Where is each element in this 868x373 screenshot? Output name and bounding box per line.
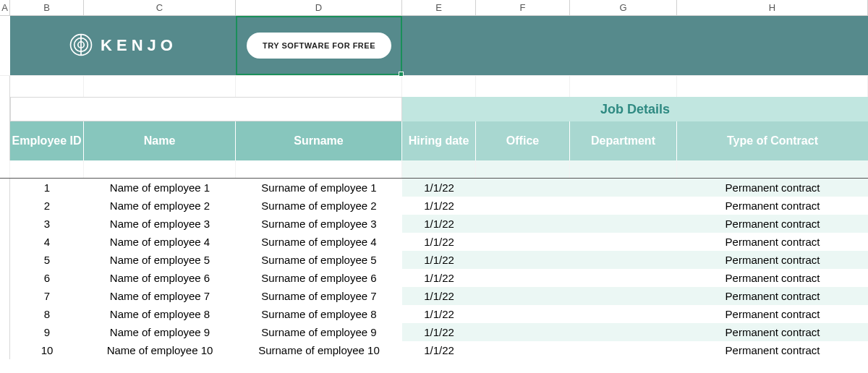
- cell[interactable]: [84, 76, 236, 97]
- cell-employee-id[interactable]: 8: [10, 305, 84, 323]
- cell-contract[interactable]: Permanent contract: [677, 305, 868, 323]
- cell[interactable]: [84, 160, 236, 178]
- cell-department[interactable]: [570, 323, 677, 341]
- cell-office[interactable]: [476, 323, 570, 341]
- cell-surname[interactable]: Surname of employee 10: [236, 341, 402, 359]
- cell[interactable]: [570, 76, 677, 97]
- col-header-a[interactable]: A: [0, 0, 10, 15]
- cell-office[interactable]: [476, 197, 570, 215]
- cell-contract[interactable]: Permanent contract: [677, 323, 868, 341]
- cell-department[interactable]: [570, 305, 677, 323]
- cell-department[interactable]: [570, 287, 677, 305]
- cell-name[interactable]: Name of employee 3: [84, 215, 236, 233]
- cell-surname[interactable]: Surname of employee 8: [236, 305, 402, 323]
- cell-department[interactable]: [570, 251, 677, 269]
- cell-office[interactable]: [476, 251, 570, 269]
- cell-surname[interactable]: Surname of employee 9: [236, 323, 402, 341]
- cell-department[interactable]: [570, 215, 677, 233]
- cell[interactable]: [10, 76, 84, 97]
- cell-hiring-date[interactable]: 1/1/22: [402, 305, 476, 323]
- col-header-h[interactable]: H: [677, 0, 868, 15]
- cell-surname[interactable]: Surname of employee 1: [236, 179, 402, 197]
- cell-department[interactable]: [570, 269, 677, 287]
- header-department[interactable]: Department: [570, 121, 677, 160]
- cell-name[interactable]: Name of employee 4: [84, 233, 236, 251]
- col-header-d[interactable]: D: [236, 0, 402, 15]
- cell-surname[interactable]: Surname of employee 5: [236, 251, 402, 269]
- cell-contract[interactable]: Permanent contract: [677, 251, 868, 269]
- cell-surname[interactable]: Surname of employee 3: [236, 215, 402, 233]
- cell-department[interactable]: [570, 179, 677, 197]
- cell-hiring-date[interactable]: 1/1/22: [402, 251, 476, 269]
- job-details-title[interactable]: Job Details: [402, 97, 868, 121]
- cell[interactable]: [236, 160, 402, 178]
- cell[interactable]: [10, 160, 84, 178]
- cell[interactable]: [476, 160, 570, 178]
- header-office[interactable]: Office: [476, 121, 570, 160]
- cell[interactable]: [677, 76, 868, 97]
- cell-hiring-date[interactable]: 1/1/22: [402, 269, 476, 287]
- cell[interactable]: [402, 76, 476, 97]
- cell-hiring-date[interactable]: 1/1/22: [402, 323, 476, 341]
- header-employee-id[interactable]: Employee ID: [10, 121, 84, 160]
- cell-office[interactable]: [476, 305, 570, 323]
- cell-office[interactable]: [476, 233, 570, 251]
- cell-contract[interactable]: Permanent contract: [677, 287, 868, 305]
- col-header-b[interactable]: B: [10, 0, 84, 15]
- cell-contract[interactable]: Permanent contract: [677, 197, 868, 215]
- cell-surname[interactable]: Surname of employee 4: [236, 233, 402, 251]
- cell-hiring-date[interactable]: 1/1/22: [402, 233, 476, 251]
- cell-employee-id[interactable]: 9: [10, 323, 84, 341]
- header-contract[interactable]: Type of Contract: [677, 121, 868, 160]
- cell-employee-id[interactable]: 4: [10, 233, 84, 251]
- cell-name[interactable]: Name of employee 8: [84, 305, 236, 323]
- cell-department[interactable]: [570, 233, 677, 251]
- header-name[interactable]: Name: [84, 121, 236, 160]
- cell-employee-id[interactable]: 5: [10, 251, 84, 269]
- cell-name[interactable]: Name of employee 7: [84, 287, 236, 305]
- cell-name[interactable]: Name of employee 10: [84, 341, 236, 359]
- cell-hiring-date[interactable]: 1/1/22: [402, 197, 476, 215]
- cell-surname[interactable]: Surname of employee 6: [236, 269, 402, 287]
- cell-office[interactable]: [476, 179, 570, 197]
- cell-department[interactable]: [570, 197, 677, 215]
- cell-office[interactable]: [476, 287, 570, 305]
- cell-hiring-date[interactable]: 1/1/22: [402, 179, 476, 197]
- cell-department[interactable]: [570, 341, 677, 359]
- cell-name[interactable]: Name of employee 9: [84, 323, 236, 341]
- cell[interactable]: [402, 160, 476, 178]
- cell-employee-id[interactable]: 6: [10, 269, 84, 287]
- section-left-blank[interactable]: [10, 97, 402, 121]
- cell-employee-id[interactable]: 2: [10, 197, 84, 215]
- cell-office[interactable]: [476, 341, 570, 359]
- col-header-c[interactable]: C: [84, 0, 236, 15]
- cell-name[interactable]: Name of employee 5: [84, 251, 236, 269]
- cell-employee-id[interactable]: 1: [10, 179, 84, 197]
- cell-name[interactable]: Name of employee 6: [84, 269, 236, 287]
- cell-office[interactable]: [476, 215, 570, 233]
- cell-contract[interactable]: Permanent contract: [677, 341, 868, 359]
- cell-contract[interactable]: Permanent contract: [677, 179, 868, 197]
- col-header-f[interactable]: F: [476, 0, 570, 15]
- col-header-g[interactable]: G: [570, 0, 677, 15]
- cell-contract[interactable]: Permanent contract: [677, 233, 868, 251]
- try-software-button[interactable]: TRY SOFTWARE FOR FREE: [247, 33, 391, 59]
- cell-name[interactable]: Name of employee 1: [84, 179, 236, 197]
- cell[interactable]: [677, 160, 868, 178]
- cell[interactable]: [570, 160, 677, 178]
- try-button-cell[interactable]: TRY SOFTWARE FOR FREE: [236, 16, 402, 75]
- cell-employee-id[interactable]: 3: [10, 215, 84, 233]
- cell[interactable]: [236, 76, 402, 97]
- cell[interactable]: [476, 76, 570, 97]
- cell-employee-id[interactable]: 10: [10, 341, 84, 359]
- cell-office[interactable]: [476, 269, 570, 287]
- col-header-e[interactable]: E: [402, 0, 476, 15]
- cell-surname[interactable]: Surname of employee 2: [236, 197, 402, 215]
- cell-hiring-date[interactable]: 1/1/22: [402, 215, 476, 233]
- cell-hiring-date[interactable]: 1/1/22: [402, 341, 476, 359]
- cell-surname[interactable]: Surname of employee 7: [236, 287, 402, 305]
- cell-name[interactable]: Name of employee 2: [84, 197, 236, 215]
- cell-employee-id[interactable]: 7: [10, 287, 84, 305]
- cell-contract[interactable]: Permanent contract: [677, 269, 868, 287]
- header-surname[interactable]: Surname: [236, 121, 402, 160]
